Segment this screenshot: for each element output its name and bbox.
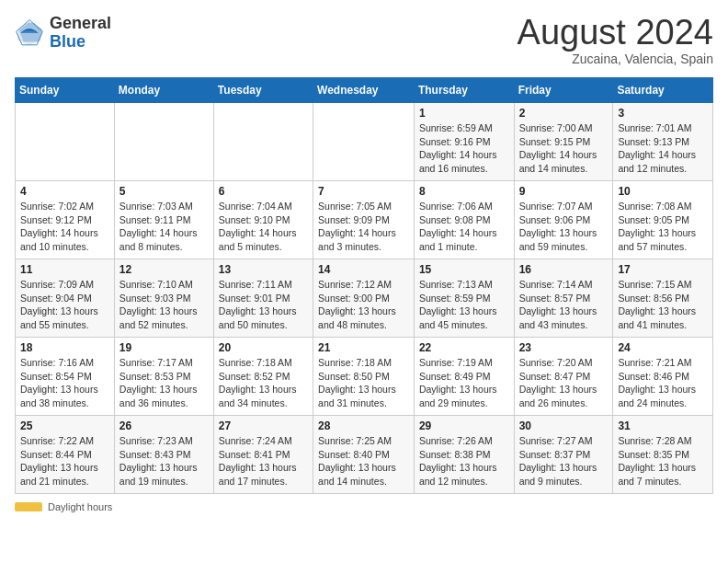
title-area: August 2024 Zucaina, Valencia, Spain <box>518 15 713 66</box>
calendar-cell: 10Sunrise: 7:08 AM Sunset: 9:05 PM Dayli… <box>613 181 713 259</box>
day-number: 17 <box>618 263 708 276</box>
calendar-cell: 2Sunrise: 7:00 AM Sunset: 9:15 PM Daylig… <box>514 103 613 181</box>
day-number: 30 <box>519 419 609 432</box>
calendar-cell: 25Sunrise: 7:22 AM Sunset: 8:44 PM Dayli… <box>16 416 115 494</box>
calendar-cell: 26Sunrise: 7:23 AM Sunset: 8:43 PM Dayli… <box>114 416 213 494</box>
logo-general: General <box>50 15 111 33</box>
calendar-cell <box>16 103 115 181</box>
day-number: 8 <box>419 185 509 198</box>
calendar-cell: 28Sunrise: 7:25 AM Sunset: 8:40 PM Dayli… <box>313 416 415 494</box>
header-day-sunday: Sunday <box>16 78 115 103</box>
calendar-cell: 18Sunrise: 7:16 AM Sunset: 8:54 PM Dayli… <box>16 338 115 416</box>
calendar-cell: 24Sunrise: 7:21 AM Sunset: 8:46 PM Dayli… <box>613 338 713 416</box>
day-number: 26 <box>119 419 209 432</box>
day-info: Sunrise: 7:25 AM Sunset: 8:40 PM Dayligh… <box>318 434 409 488</box>
daylight-bar-icon <box>15 502 42 511</box>
day-number: 31 <box>618 419 708 432</box>
calendar-week-3: 11Sunrise: 7:09 AM Sunset: 9:04 PM Dayli… <box>16 259 713 338</box>
day-info: Sunrise: 7:05 AM Sunset: 9:09 PM Dayligh… <box>318 200 409 254</box>
day-info: Sunrise: 7:11 AM Sunset: 9:01 PM Dayligh… <box>219 278 308 332</box>
day-number: 18 <box>20 341 109 354</box>
day-info: Sunrise: 7:23 AM Sunset: 8:43 PM Dayligh… <box>119 434 209 488</box>
day-number: 7 <box>318 185 409 198</box>
day-number: 14 <box>318 263 409 276</box>
calendar-body: 1Sunrise: 6:59 AM Sunset: 9:16 PM Daylig… <box>16 103 713 494</box>
calendar-cell: 3Sunrise: 7:01 AM Sunset: 9:13 PM Daylig… <box>613 103 713 181</box>
logo: General Blue <box>15 15 111 52</box>
logo-icon <box>15 18 44 48</box>
calendar-table: SundayMondayTuesdayWednesdayThursdayFrid… <box>15 77 713 494</box>
day-number: 27 <box>219 419 308 432</box>
calendar-header: SundayMondayTuesdayWednesdayThursdayFrid… <box>16 78 713 103</box>
calendar-cell: 14Sunrise: 7:12 AM Sunset: 9:00 PM Dayli… <box>313 259 415 338</box>
calendar-cell: 22Sunrise: 7:19 AM Sunset: 8:49 PM Dayli… <box>414 338 514 416</box>
day-number: 25 <box>20 419 109 432</box>
day-number: 2 <box>519 107 609 120</box>
day-number: 1 <box>419 107 509 120</box>
daylight-label: Daylight hours <box>48 501 112 512</box>
header-day-friday: Friday <box>514 78 613 103</box>
day-number: 4 <box>20 185 109 198</box>
calendar-cell: 12Sunrise: 7:10 AM Sunset: 9:03 PM Dayli… <box>114 259 213 338</box>
day-info: Sunrise: 7:13 AM Sunset: 8:59 PM Dayligh… <box>419 278 509 332</box>
header-day-saturday: Saturday <box>613 78 713 103</box>
month-year-title: August 2024 <box>518 15 713 50</box>
calendar-cell: 27Sunrise: 7:24 AM Sunset: 8:41 PM Dayli… <box>213 416 313 494</box>
day-number: 15 <box>419 263 509 276</box>
calendar-cell: 6Sunrise: 7:04 AM Sunset: 9:10 PM Daylig… <box>213 181 313 259</box>
calendar-week-2: 4Sunrise: 7:02 AM Sunset: 9:12 PM Daylig… <box>16 181 713 259</box>
calendar-cell: 5Sunrise: 7:03 AM Sunset: 9:11 PM Daylig… <box>114 181 213 259</box>
day-info: Sunrise: 7:27 AM Sunset: 8:37 PM Dayligh… <box>519 434 609 488</box>
day-info: Sunrise: 7:28 AM Sunset: 8:35 PM Dayligh… <box>618 434 708 488</box>
calendar-cell: 19Sunrise: 7:17 AM Sunset: 8:53 PM Dayli… <box>114 338 213 416</box>
day-number: 6 <box>219 185 308 198</box>
header-day-thursday: Thursday <box>414 78 514 103</box>
day-info: Sunrise: 7:03 AM Sunset: 9:11 PM Dayligh… <box>119 200 209 254</box>
day-info: Sunrise: 7:20 AM Sunset: 8:47 PM Dayligh… <box>519 356 609 410</box>
day-info: Sunrise: 7:19 AM Sunset: 8:49 PM Dayligh… <box>419 356 509 410</box>
footer-note: Daylight hours <box>15 501 713 512</box>
day-number: 12 <box>119 263 209 276</box>
header-row: SundayMondayTuesdayWednesdayThursdayFrid… <box>16 78 713 103</box>
day-info: Sunrise: 7:10 AM Sunset: 9:03 PM Dayligh… <box>119 278 209 332</box>
day-info: Sunrise: 7:26 AM Sunset: 8:38 PM Dayligh… <box>419 434 509 488</box>
header-day-monday: Monday <box>114 78 213 103</box>
calendar-cell: 16Sunrise: 7:14 AM Sunset: 8:57 PM Dayli… <box>514 259 613 338</box>
day-number: 28 <box>318 419 409 432</box>
calendar-week-1: 1Sunrise: 6:59 AM Sunset: 9:16 PM Daylig… <box>16 103 713 181</box>
day-number: 20 <box>219 341 308 354</box>
calendar-cell: 9Sunrise: 7:07 AM Sunset: 9:06 PM Daylig… <box>514 181 613 259</box>
page-header: General Blue August 2024 Zucaina, Valenc… <box>15 15 713 66</box>
day-info: Sunrise: 7:09 AM Sunset: 9:04 PM Dayligh… <box>20 278 109 332</box>
day-info: Sunrise: 6:59 AM Sunset: 9:16 PM Dayligh… <box>419 121 509 176</box>
day-info: Sunrise: 7:02 AM Sunset: 9:12 PM Dayligh… <box>20 200 109 254</box>
day-info: Sunrise: 7:04 AM Sunset: 9:10 PM Dayligh… <box>219 200 308 254</box>
day-number: 22 <box>419 341 509 354</box>
calendar-cell: 8Sunrise: 7:06 AM Sunset: 9:08 PM Daylig… <box>414 181 514 259</box>
calendar-cell: 1Sunrise: 6:59 AM Sunset: 9:16 PM Daylig… <box>414 103 514 181</box>
calendar-cell: 30Sunrise: 7:27 AM Sunset: 8:37 PM Dayli… <box>514 416 613 494</box>
day-info: Sunrise: 7:00 AM Sunset: 9:15 PM Dayligh… <box>519 121 609 176</box>
day-number: 3 <box>618 107 708 120</box>
day-number: 5 <box>119 185 209 198</box>
day-number: 29 <box>419 419 509 432</box>
day-number: 21 <box>318 341 409 354</box>
calendar-cell: 11Sunrise: 7:09 AM Sunset: 9:04 PM Dayli… <box>16 259 115 338</box>
day-number: 13 <box>219 263 308 276</box>
day-number: 9 <box>519 185 609 198</box>
day-number: 19 <box>119 341 209 354</box>
day-number: 10 <box>618 185 708 198</box>
location-subtitle: Zucaina, Valencia, Spain <box>518 52 713 66</box>
day-info: Sunrise: 7:15 AM Sunset: 8:56 PM Dayligh… <box>618 278 708 332</box>
header-day-wednesday: Wednesday <box>313 78 415 103</box>
calendar-cell: 7Sunrise: 7:05 AM Sunset: 9:09 PM Daylig… <box>313 181 415 259</box>
day-info: Sunrise: 7:18 AM Sunset: 8:50 PM Dayligh… <box>318 356 409 410</box>
calendar-cell: 13Sunrise: 7:11 AM Sunset: 9:01 PM Dayli… <box>213 259 313 338</box>
day-info: Sunrise: 7:21 AM Sunset: 8:46 PM Dayligh… <box>618 356 708 410</box>
day-number: 24 <box>618 341 708 354</box>
day-info: Sunrise: 7:24 AM Sunset: 8:41 PM Dayligh… <box>219 434 308 488</box>
calendar-cell: 15Sunrise: 7:13 AM Sunset: 8:59 PM Dayli… <box>414 259 514 338</box>
calendar-week-5: 25Sunrise: 7:22 AM Sunset: 8:44 PM Dayli… <box>16 416 713 494</box>
calendar-cell: 17Sunrise: 7:15 AM Sunset: 8:56 PM Dayli… <box>613 259 713 338</box>
calendar-cell: 23Sunrise: 7:20 AM Sunset: 8:47 PM Dayli… <box>514 338 613 416</box>
